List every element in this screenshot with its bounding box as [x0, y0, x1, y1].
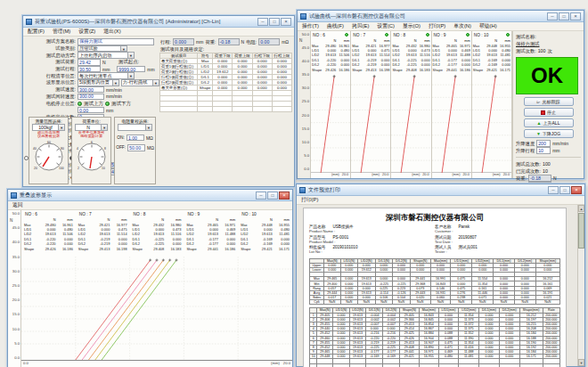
- test-name-label: 测试名称:: [516, 34, 536, 40]
- info-item: 测试日期20190807 Test Date :: [435, 235, 560, 244]
- table-row[interactable]: [160, 106, 292, 111]
- menu-item[interactable]: 设置(Z): [78, 28, 95, 36]
- maximize-button[interactable]: [559, 12, 569, 20]
- jog-stroke-input[interactable]: [536, 147, 551, 153]
- menu-item[interactable]: 曲线(F): [327, 22, 344, 30]
- overlap-result-tables: NO : 6 Nmm Max29.48016.961 L/D10.0000.48…: [21, 210, 292, 257]
- cursor-track-button[interactable]: 光标跟踪: [524, 97, 574, 106]
- test-config-body: 测试方案名称: 试验类别:压缩试验▾ 测试启动方式:上位程序内启动▾ 测试荷重:…: [23, 37, 294, 186]
- force-stroke-chart: [391, 72, 430, 173]
- cursor-icon: [537, 99, 541, 104]
- minimize-button[interactable]: [547, 12, 558, 20]
- curves-sidebar: 测试名称: 保持力测试 测试次数:100次 OK 光标跟踪 停止 上升ALL 下…: [512, 31, 584, 178]
- titlebar-report-preview[interactable]: 文件预览打印: [297, 184, 584, 196]
- cell: [233, 106, 252, 111]
- jog-stroke-label: 升降行程: [516, 148, 535, 154]
- scroll-up-icon[interactable]: ▲: [578, 205, 584, 212]
- scroll-down-icon[interactable]: ▼: [578, 359, 584, 366]
- jog-up-button[interactable]: 上升ALL: [524, 118, 574, 127]
- titlebar-test-config[interactable]: 荷重试验机(PS-6000S)—深圳市磐石测控仪器有限公司 [Administr…: [23, 16, 294, 28]
- cell: 荷重1测行程值(自): [160, 64, 198, 69]
- y-tick: 20.0: [302, 114, 309, 118]
- maximize-button[interactable]: [269, 18, 280, 26]
- menu-item[interactable]: 显示(O): [403, 22, 421, 30]
- close-button[interactable]: [571, 186, 582, 194]
- maximize-button[interactable]: [267, 192, 278, 200]
- jog-speed-input[interactable]: [536, 140, 551, 146]
- maximize-button[interactable]: [559, 186, 570, 194]
- menu-item[interactable]: 返回: [12, 201, 23, 209]
- res-off-input[interactable]: [127, 144, 145, 151]
- y-tick: 40.0: [12, 241, 20, 244]
- curve-panel[interactable]: NO : 9 Nmm Max29.46516.971 L/D10.0000.46…: [432, 31, 472, 178]
- start-mode-label: 测试启动方式:: [24, 53, 76, 59]
- stroke-input[interactable]: [78, 66, 101, 72]
- plan-name-input[interactable]: [78, 38, 154, 45]
- y-tick: 35.0: [12, 256, 20, 259]
- menu-item[interactable]: 帮助(H): [479, 22, 497, 30]
- report-body: 深圳市磐石测控仪器有限公司 产品名称USB接插件 Product Name : …: [297, 205, 584, 366]
- y-tick: 45.0: [302, 46, 309, 50]
- wave2-select[interactable]: 力-行程曲线▾: [121, 79, 159, 86]
- wave-select[interactable]: 5段图形内位置▾: [78, 79, 119, 86]
- radio-test-above[interactable]: [78, 102, 82, 106]
- svg-text:6: 6: [91, 141, 93, 144]
- pass-indicator-icon: [506, 33, 510, 37]
- curve-panel[interactable]: NO : 7 Nmm Max29.42116.977 L/D10.0000.47…: [351, 31, 391, 178]
- radio-test-below[interactable]: [105, 102, 110, 106]
- menu-item[interactable]: 设置(C): [377, 22, 395, 30]
- return-speed-input[interactable]: [78, 94, 104, 100]
- menubar: 配置(F)管理(M)设置(Z)退出(X): [23, 28, 294, 37]
- stop-offset-input[interactable]: [78, 107, 104, 113]
- category-select[interactable]: 压缩试验▾: [78, 45, 127, 53]
- menu-item[interactable]: 拷贝(E): [352, 22, 369, 30]
- result-table-group: NO : 9 Nmm Max29.46516.971 L/D10.0000.46…: [184, 210, 238, 257]
- close-button[interactable]: [570, 12, 581, 20]
- svg-text:60: 60: [47, 141, 51, 144]
- jog-down-button[interactable]: 下降JOG: [524, 129, 574, 138]
- close-button[interactable]: [279, 192, 290, 200]
- scrollbar[interactable]: ▲ ▼: [577, 205, 584, 366]
- scroll-thumb[interactable]: [578, 213, 584, 249]
- x-axis-max: 20.0: [283, 361, 290, 367]
- overlap-body: N 50.045.040.035.030.025.020.015.010.05.…: [8, 210, 292, 367]
- res-on-input[interactable]: [127, 135, 144, 141]
- curve-panel[interactable]: NO : 6 Nmm Max29.48016.961 L/D10.0000.48…: [311, 31, 351, 178]
- y-tick: 40.0: [302, 60, 309, 63]
- start-point-input[interactable]: [117, 66, 145, 72]
- force-stroke-chart: [432, 72, 471, 173]
- menu-item[interactable]: 退出(X): [103, 28, 120, 36]
- panel-result-table: Nmm Max29.48016.961 L/D10.0000.480 L/D21…: [311, 38, 350, 72]
- menu-item[interactable]: 管理(M): [53, 28, 70, 36]
- x-axis-max: 20.0: [462, 173, 469, 178]
- titlebar-test-curves[interactable]: 试验曲线—深圳市磐石测控仪器有限公司: [298, 11, 584, 22]
- curve-panel[interactable]: NO : 8 Nmm Max29.43216.980 L/D10.0000.47…: [391, 31, 431, 178]
- titlebar-overlap-waveform[interactable]: 重叠波形显示: [8, 190, 292, 201]
- y-tick: 25.0: [302, 100, 309, 103]
- x-axis-max: 20.0: [382, 173, 388, 178]
- panel-result-table: Nmm Max29.44816.955 L/D10.0000.480 L/D21…: [472, 38, 511, 72]
- x-axis-unit: (mm): [331, 173, 339, 178]
- menu-item[interactable]: 打印(P): [429, 22, 445, 30]
- minimize-button[interactable]: [548, 186, 559, 194]
- stop-button[interactable]: 停止: [524, 108, 574, 117]
- unit-gauge-dial: 2 4 6 8 10: [74, 139, 110, 173]
- res-readout: 0.00: [258, 38, 280, 45]
- resistance-range-select[interactable]: ▾: [118, 124, 152, 131]
- minimize-button[interactable]: [256, 192, 266, 200]
- menu-item[interactable]: 操作(T): [302, 22, 319, 30]
- speed-input[interactable]: [78, 86, 104, 93]
- info-item: 测试人员测试员001 Tester :: [435, 245, 560, 254]
- curve-panel[interactable]: NO : 10 Nmm Max29.44816.955 L/D10.0000.4…: [472, 31, 512, 178]
- menu-item[interactable]: 配置(F): [28, 28, 45, 36]
- close-button[interactable]: [281, 18, 291, 26]
- curve-panels: NO : 6 Nmm Max29.48016.961 L/D10.0000.48…: [311, 31, 512, 178]
- menu-item[interactable]: 打印(P): [301, 196, 318, 204]
- gauge-panel: 测量范围选择: 100kgf▾ 超出所选范围仪器将被损坏 20 40 60 80…: [29, 117, 156, 184]
- zero-select[interactable]: 每次行程清零点▾: [78, 72, 135, 79]
- start-mode-select[interactable]: 上位程序内启动▾: [78, 52, 135, 59]
- y-tick: 20.0: [12, 298, 20, 302]
- load-input[interactable]: [78, 59, 101, 65]
- menu-item[interactable]: 单次(N): [453, 22, 471, 30]
- minimize-button[interactable]: [257, 18, 268, 26]
